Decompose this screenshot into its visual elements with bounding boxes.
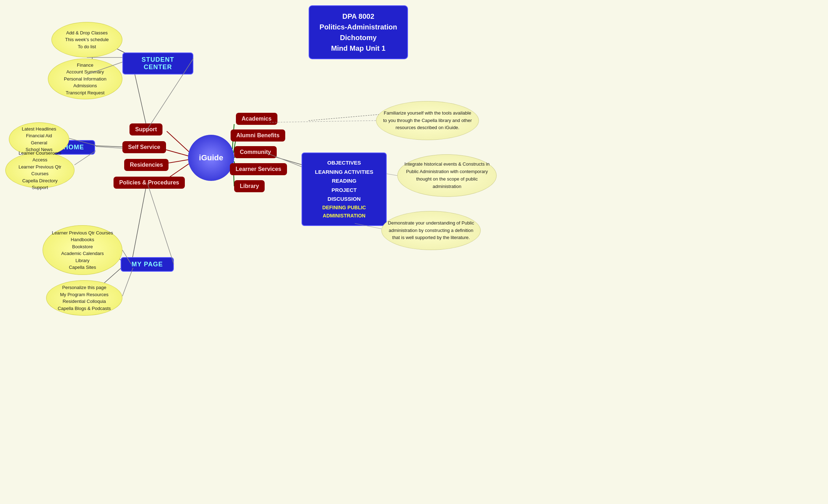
alumni-node[interactable]: Alumni Benefits	[231, 129, 285, 142]
residencies-node[interactable]: Residencies	[124, 159, 169, 171]
svg-line-1	[163, 149, 189, 156]
student-center-oval1: Add & Drop Classes This week's schedule …	[51, 22, 122, 57]
community-node[interactable]: Community	[234, 146, 277, 158]
my-page-oval2: Personalize this page My Program Resourc…	[46, 280, 122, 316]
library-node[interactable]: Library	[234, 180, 265, 192]
self-service-node[interactable]: Self Service	[122, 141, 166, 153]
svg-line-25	[96, 146, 122, 148]
info-oval-bot: Demonstrate your understanding of Public…	[381, 211, 481, 250]
learner-services-node[interactable]: Learner Services	[230, 163, 287, 175]
academics-node[interactable]: Academics	[236, 113, 277, 125]
iguide-center[interactable]: iGuide	[188, 135, 234, 181]
svg-line-0	[167, 131, 190, 153]
info-oval-top: Familiarize yourself with the tools avai…	[376, 101, 479, 140]
title-box: DPA 8002 Politics-Administration Dichoto…	[309, 5, 408, 59]
student-center-oval2: Finance Account Summary Personal Informa…	[48, 59, 122, 99]
policies-node[interactable]: Policies & Procedures	[114, 177, 185, 189]
svg-line-27	[122, 268, 133, 296]
title-line2: Politics-Administration Dichotomy	[318, 22, 399, 43]
iguide-label: iGuide	[199, 153, 223, 162]
objectives-box: OBJECTIVES LEARNING ACTIVITIES READING P…	[302, 153, 387, 226]
svg-line-28	[147, 183, 174, 264]
title-line1: DPA 8002	[318, 11, 399, 22]
info-oval-mid: Integrate historical events & Constructs…	[397, 154, 497, 197]
support-node[interactable]: Support	[129, 123, 162, 135]
svg-line-30	[270, 121, 376, 122]
svg-line-31	[387, 174, 397, 176]
home-oval2: Learner Courseroom Access Learner Previo…	[5, 153, 74, 188]
svg-line-15	[131, 181, 147, 264]
student-center-label[interactable]: STUDENT CENTER	[122, 52, 193, 74]
title-line3: Mind Map Unit 1	[318, 43, 399, 54]
my-page-label[interactable]: MY PAGE	[121, 257, 174, 272]
my-page-oval1: Learner Previous Qtr Courses Handbooks B…	[43, 225, 122, 275]
